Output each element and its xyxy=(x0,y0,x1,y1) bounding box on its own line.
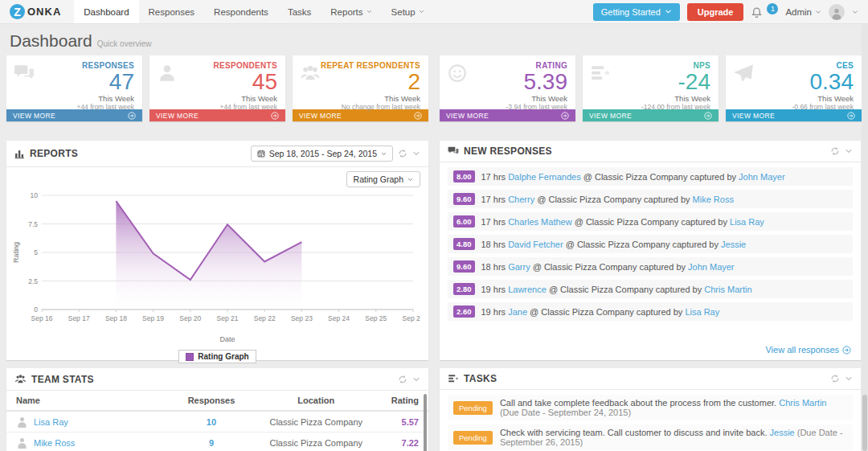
legend-label: Rating Graph xyxy=(198,352,248,361)
capturer-link[interactable]: Lisa Ray xyxy=(685,307,719,317)
svg-text:Sep 16: Sep 16 xyxy=(31,314,53,322)
score-badge: 6.00 xyxy=(453,215,475,228)
respondent-link[interactable]: David Fetcher xyxy=(508,240,563,249)
task-row[interactable]: PendingCheck with servicing team. Call c… xyxy=(448,424,853,450)
smiley-icon xyxy=(447,63,468,87)
graph-type-dropdown[interactable]: Rating Graph xyxy=(346,171,420,187)
admin-menu[interactable]: Admin xyxy=(785,7,821,17)
nav-item-label: Responses xyxy=(149,7,195,17)
nav-item-tasks[interactable]: Tasks xyxy=(278,0,321,23)
nav-item-responses[interactable]: Responses xyxy=(139,0,205,23)
view-all-label: View all responses xyxy=(765,345,839,355)
task-status-badge: Pending xyxy=(453,431,493,445)
rating-area-chart: 02.557.510Sep 16Sep 17Sep 18Sep 19Sep 20… xyxy=(11,187,420,345)
member-location: Classic Pizza Company xyxy=(262,417,371,427)
nav-item-setup[interactable]: Setup xyxy=(382,0,434,23)
arrow-circle-icon xyxy=(128,112,136,120)
collapse-chevron-icon[interactable] xyxy=(845,147,853,155)
capturer-link[interactable]: John Mayer xyxy=(739,172,784,182)
nav-item-respondents[interactable]: Respondents xyxy=(204,0,278,23)
refresh-icon[interactable] xyxy=(830,146,840,156)
stat-card-rating: RATING5.39This Week-3.94 from last weekV… xyxy=(440,55,575,121)
view-more-label: VIEW MORE xyxy=(156,112,199,120)
main-nav: DashboardResponsesRespondentsTasksReport… xyxy=(74,0,433,23)
speech-bubbles-icon xyxy=(448,146,459,157)
assignee-link[interactable]: Chris Martin xyxy=(779,398,826,408)
view-all-responses-link[interactable]: View all responses xyxy=(765,345,851,355)
page-title: Dashboard xyxy=(10,31,92,51)
member-name-link[interactable]: Mike Ross xyxy=(16,437,161,449)
view-more-label: VIEW MORE xyxy=(446,112,489,120)
avatar-chevron-down-icon[interactable] xyxy=(852,9,858,15)
task-row[interactable]: PendingCall and take complete feedback a… xyxy=(448,395,853,420)
svg-text:2.5: 2.5 xyxy=(28,277,38,285)
notification-count-badge: 1 xyxy=(767,3,778,14)
refresh-icon[interactable] xyxy=(830,374,840,383)
refresh-icon[interactable] xyxy=(398,149,407,158)
comments-icon xyxy=(14,63,35,87)
respondent-link[interactable]: Cherry xyxy=(508,195,534,204)
score-badge: 4.80 xyxy=(453,238,475,250)
chevron-down-icon xyxy=(407,177,413,182)
card-period: This Week xyxy=(448,94,567,103)
page-scrollbar[interactable] xyxy=(862,24,868,451)
date-range-picker[interactable]: Sep 18, 2015 - Sep 24, 2015 xyxy=(251,146,393,162)
card-delta: -3.94 from last week xyxy=(448,103,567,111)
collapse-chevron-icon[interactable] xyxy=(412,375,420,383)
respondent-link[interactable]: Dalphe Fernandes xyxy=(508,172,581,182)
response-row[interactable]: 9.6017 hrs Cherry @ Classic Pizza Compan… xyxy=(448,190,853,208)
svg-text:Sep 18: Sep 18 xyxy=(105,314,127,322)
chart-legend[interactable]: Rating Graph xyxy=(178,350,256,363)
card-delta: +44 from last week xyxy=(14,103,134,111)
member-responses-link[interactable]: 10 xyxy=(161,417,261,427)
chevron-down-icon xyxy=(366,9,372,14)
nav-item-reports[interactable]: Reports xyxy=(321,0,381,23)
nav-item-label: Setup xyxy=(391,7,416,17)
column-location: Location xyxy=(262,396,371,405)
assignee-link[interactable]: Jessie xyxy=(770,428,795,437)
refresh-icon[interactable] xyxy=(398,375,407,384)
team-stats-scrollbar[interactable] xyxy=(424,394,427,451)
respondent-link[interactable]: Charles Mathew xyxy=(508,217,571,227)
page-scrollbar-thumb[interactable] xyxy=(862,395,867,451)
respondent-link[interactable]: Garry xyxy=(508,262,530,272)
user-avatar[interactable] xyxy=(829,4,845,20)
collapse-chevron-icon[interactable] xyxy=(845,375,853,383)
capturer-link[interactable]: John Mayer xyxy=(688,262,734,272)
capturer-link[interactable]: Lisa Ray xyxy=(730,217,764,227)
response-row[interactable]: 9.6018 hrs Garry @ Classic Pizza Company… xyxy=(448,257,853,276)
zonka-logo[interactable]: Z ONKA xyxy=(0,0,74,23)
new-responses-panel: NEW RESPONSES 8.0017 hrs Dalphe Fernande… xyxy=(440,141,861,360)
admin-label: Admin xyxy=(785,7,812,17)
capturer-link[interactable]: Chris Martin xyxy=(704,285,751,294)
notifications-bell-icon[interactable] xyxy=(751,6,763,18)
view-more-label: VIEW MORE xyxy=(589,112,632,120)
response-row[interactable]: 8.0017 hrs Dalphe Fernandes @ Classic Pi… xyxy=(448,167,853,186)
users-icon xyxy=(300,63,321,87)
getting-started-button[interactable]: Getting Started xyxy=(593,3,680,21)
tasks-list-icon xyxy=(448,373,459,384)
upgrade-button[interactable]: Upgrade xyxy=(687,3,744,21)
capturer-link[interactable]: Jessie xyxy=(721,240,746,249)
arrow-circle-icon xyxy=(271,112,279,120)
reports-panel: REPORTS Sep 18, 2015 - Sep 24, 2015 Rati… xyxy=(6,141,428,360)
nav-item-label: Respondents xyxy=(214,7,268,17)
collapse-chevron-icon[interactable] xyxy=(412,150,420,158)
date-range-label: Sep 18, 2015 - Sep 24, 2015 xyxy=(269,149,377,158)
response-row[interactable]: 2.8019 hrs Lawrence @ Classic Pizza Comp… xyxy=(448,280,853,298)
response-row[interactable]: 6.0017 hrs Charles Mathew @ Classic Pizz… xyxy=(448,212,853,231)
task-text: Call and take complete feedback about th… xyxy=(500,398,847,417)
member-responses-link[interactable]: 9 xyxy=(161,438,261,448)
card-delta: +44 from last week xyxy=(158,103,277,111)
respondent-link[interactable]: Jane xyxy=(508,307,527,317)
response-row[interactable]: 2.6019 hrs Jane @ Classic Pizza Company … xyxy=(448,302,853,321)
svg-text:Sep 17: Sep 17 xyxy=(68,314,90,322)
reports-title: REPORTS xyxy=(30,148,78,159)
response-row[interactable]: 4.8018 hrs David Fetcher @ Classic Pizza… xyxy=(448,235,853,253)
respondent-link[interactable]: Lawrence xyxy=(508,285,547,294)
svg-text:7.5: 7.5 xyxy=(28,220,38,228)
nav-item-dashboard[interactable]: Dashboard xyxy=(74,0,138,23)
capturer-link[interactable]: Mike Ross xyxy=(693,195,734,204)
member-name-link[interactable]: Lisa Ray xyxy=(16,416,161,428)
team-table-row: Lisa Ray10Classic Pizza Company5.57 xyxy=(6,412,428,433)
